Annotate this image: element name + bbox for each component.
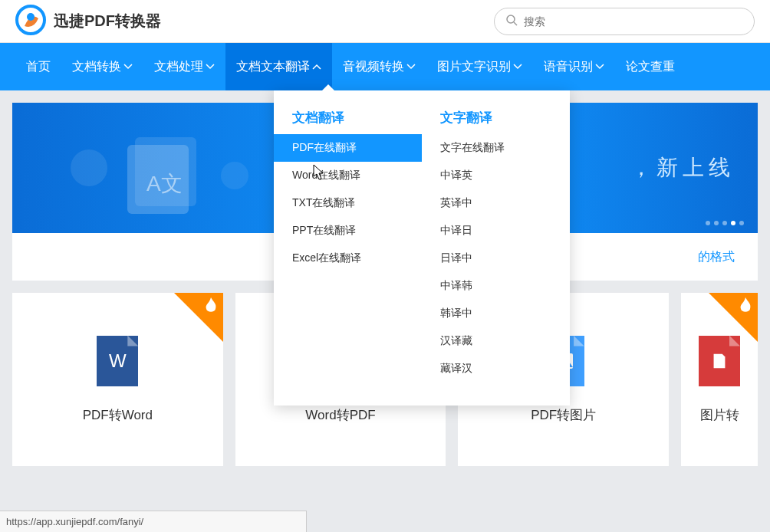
nav-paper-check[interactable]: 论文查重 [615, 43, 686, 90]
chevron-down-icon [206, 64, 215, 70]
chevron-down-icon [513, 64, 522, 70]
nav-label: 文档转换 [72, 59, 121, 75]
nav-home[interactable]: 首页 [15, 43, 61, 90]
main-nav: 首页 文档转换 文档处理 文档文本翻译 音视频转换 图片文字识别 语音识别 论文… [0, 43, 770, 90]
card-title: 图片转 [700, 406, 739, 424]
chevron-down-icon [123, 64, 133, 70]
nav-ocr[interactable]: 图片文字识别 [426, 43, 533, 90]
dd-cn-tb[interactable]: 汉译藏 [422, 327, 570, 355]
flame-icon [738, 297, 753, 317]
dd-ppt-translate[interactable]: PPT在线翻译 [274, 217, 422, 245]
nav-label: 音视频转换 [343, 59, 404, 75]
dd-cn-en[interactable]: 中译英 [422, 162, 570, 189]
dropdown-col-title: 文字翻译 [422, 109, 570, 134]
card-image-to-pdf[interactable]: 图片转 [681, 293, 758, 466]
search-box[interactable] [494, 8, 755, 35]
category-label[interactable]: 的格式 [698, 249, 735, 265]
svg-line-3 [514, 22, 517, 25]
carousel-dots[interactable] [706, 221, 744, 225]
card-pdf-to-word[interactable]: W PDF转Word [12, 293, 223, 466]
flame-icon [203, 297, 219, 317]
card-title: PDF转图片 [531, 406, 596, 424]
header: 迅捷PDF转换器 [0, 0, 770, 43]
carousel-dot[interactable] [739, 221, 744, 225]
dropdown-col-text-translate: 文字翻译 文字在线翻译 中译英 英译中 中译日 日译中 中译韩 韩译中 汉译藏 … [422, 109, 570, 383]
dd-word-translate[interactable]: Word在线翻译 [274, 162, 422, 189]
nav-label: 文档文本翻译 [236, 59, 310, 75]
nav-doc-convert[interactable]: 文档转换 [61, 43, 143, 90]
card-title: Word转PDF [305, 406, 375, 424]
hero-illustration-icon: A文 [43, 122, 281, 214]
nav-label: 文档处理 [154, 59, 203, 75]
svg-text:A文: A文 [146, 172, 183, 195]
word-file-icon: W [97, 336, 138, 386]
logo[interactable]: 迅捷PDF转换器 [15, 5, 161, 38]
dd-text-translate[interactable]: 文字在线翻译 [422, 134, 570, 162]
pdf-file-icon [699, 336, 740, 386]
app-title: 迅捷PDF转换器 [54, 11, 161, 31]
dd-cn-jp[interactable]: 中译日 [422, 217, 570, 245]
svg-point-8 [221, 162, 248, 189]
card-title: PDF转Word [83, 406, 153, 424]
hero-text: ，新上线 [630, 153, 735, 182]
chevron-down-icon [595, 64, 604, 70]
dd-cn-kr[interactable]: 中译韩 [422, 272, 570, 300]
mouse-cursor-icon [313, 164, 327, 184]
status-url: https://app.xunjiepdf.com/fanyi/ [6, 516, 143, 527]
search-container [494, 8, 755, 35]
dropdown-menu: 文档翻译 PDF在线翻译 Word在线翻译 TXT在线翻译 PPT在线翻译 Ex… [274, 90, 570, 406]
logo-icon [15, 5, 46, 38]
carousel-dot-active[interactable] [731, 221, 735, 225]
dropdown-col-title: 文档翻译 [274, 109, 422, 134]
nav-label: 图片文字识别 [437, 59, 511, 75]
nav-doc-translate[interactable]: 文档文本翻译 [225, 43, 332, 90]
dropdown-col-doc-translate: 文档翻译 PDF在线翻译 Word在线翻译 TXT在线翻译 PPT在线翻译 Ex… [274, 109, 422, 383]
hot-badge [174, 293, 223, 342]
svg-point-2 [507, 15, 515, 23]
carousel-dot[interactable] [714, 221, 719, 225]
dd-excel-translate[interactable]: Excel在线翻译 [274, 245, 422, 272]
dd-tb-cn[interactable]: 藏译汉 [422, 355, 570, 383]
chevron-down-icon [406, 64, 416, 70]
dd-en-cn[interactable]: 英译中 [422, 189, 570, 217]
dd-txt-translate[interactable]: TXT在线翻译 [274, 189, 422, 217]
nav-label: 论文查重 [626, 59, 675, 75]
dd-pdf-translate[interactable]: PDF在线翻译 [274, 134, 422, 162]
carousel-dot[interactable] [706, 221, 710, 225]
svg-point-1 [27, 13, 35, 21]
carousel-dot[interactable] [722, 221, 727, 225]
nav-label: 语音识别 [544, 59, 593, 75]
dropdown-arrow-icon [322, 84, 334, 90]
search-input[interactable] [524, 15, 743, 28]
search-icon [505, 14, 524, 29]
svg-point-7 [71, 149, 107, 186]
nav-speech[interactable]: 语音识别 [533, 43, 615, 90]
nav-label: 首页 [26, 59, 51, 75]
dd-kr-cn[interactable]: 韩译中 [422, 300, 570, 327]
nav-doc-process[interactable]: 文档处理 [143, 43, 225, 90]
dd-jp-cn[interactable]: 日译中 [422, 245, 570, 272]
nav-av-convert[interactable]: 音视频转换 [332, 43, 426, 90]
status-bar: https://app.xunjiepdf.com/fanyi/ [0, 511, 307, 532]
hot-badge [709, 293, 758, 342]
chevron-up-icon [312, 64, 321, 70]
